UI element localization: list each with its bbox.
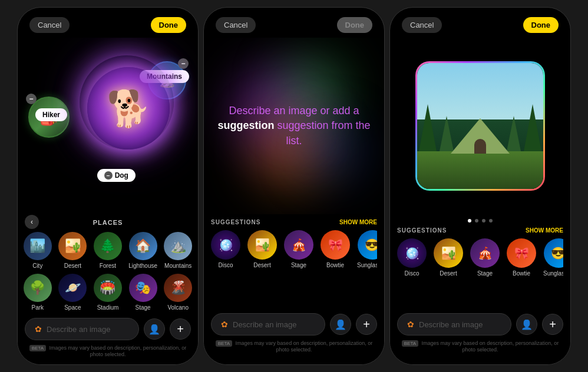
- screen3-beta-badge: BETA: [402, 340, 418, 347]
- screen1-header: Cancel Done: [18, 8, 198, 38]
- screen3-add-button[interactable]: +: [542, 314, 563, 335]
- list-item[interactable]: 😎 Sunglasses: [357, 230, 377, 268]
- lighthouse-icon: 🏠: [129, 232, 157, 260]
- places-section-label: PLACES: [18, 214, 198, 230]
- screen2-done-button: Done: [337, 17, 373, 33]
- screen1-input-placeholder: Describe an image: [47, 325, 110, 334]
- list-item[interactable]: 🏠 Lighthouse: [128, 232, 158, 269]
- stage-sug-icon: 🎪: [284, 230, 313, 260]
- screen2-add-button[interactable]: +: [356, 314, 377, 335]
- bowtie-sug-icon: 🎀: [321, 230, 350, 260]
- list-item[interactable]: 🎪 Stage: [284, 230, 313, 268]
- list-item[interactable]: 😎 Sunglasses: [543, 238, 563, 277]
- screen2-gradient-bg: Describe an image or add a suggestion su…: [204, 38, 384, 214]
- volcano-label: Volcano: [167, 304, 189, 311]
- volcano-icon: 🌋: [164, 274, 192, 302]
- screen2-beta-badge: BETA: [216, 340, 232, 347]
- list-item[interactable]: 🎪 Stage: [470, 238, 500, 277]
- screen3-show-more-button[interactable]: SHOW MORE: [526, 227, 563, 234]
- list-item[interactable]: 🪩 Disco: [397, 238, 427, 277]
- screen2-content: Describe an image or add a suggestion su…: [204, 38, 384, 364]
- list-item[interactable]: 🎭 Stage: [128, 274, 158, 311]
- desert-icon: 🏜️: [58, 232, 87, 260]
- show-more-button[interactable]: SHOW MORE: [339, 219, 377, 225]
- screen3-disco-icon: 🪩: [397, 238, 427, 268]
- tree-left-tall: [419, 104, 437, 151]
- back-arrow-button[interactable]: ‹: [25, 215, 39, 229]
- stage-label: Stage: [136, 304, 151, 311]
- screen3-flower-icon: ✿: [407, 320, 414, 329]
- list-item[interactable]: 🌳 Park: [22, 274, 53, 311]
- stage-icon: 🎭: [129, 274, 157, 302]
- mountains-minus-badge[interactable]: −: [178, 58, 189, 69]
- stage-sug-label: Stage: [291, 262, 306, 268]
- lighthouse-label: Lighthouse: [128, 263, 157, 269]
- space-icon: 🪐: [58, 274, 87, 302]
- list-item[interactable]: 🪐 Space: [58, 274, 88, 311]
- screen1-done-button[interactable]: Done: [151, 17, 187, 33]
- tag-hiker: Hiker: [35, 108, 67, 121]
- forest-icon: 🌲: [94, 232, 122, 260]
- list-item[interactable]: 🪩 Disco: [211, 230, 240, 268]
- screen3-header: Cancel Done: [390, 8, 570, 38]
- screen3-input-placeholder: Describe an image: [419, 320, 483, 329]
- flower-icon: ✿: [35, 324, 42, 334]
- beta-badge: BETA: [29, 345, 46, 351]
- park-icon: 🌳: [24, 274, 52, 302]
- screen3-beta-text: BETA Images may vary based on descriptio…: [397, 340, 563, 353]
- screen3-done-button[interactable]: Done: [523, 17, 559, 33]
- camp-scene: [417, 63, 543, 189]
- screen3-desert-icon: 🏜️: [434, 238, 463, 268]
- list-item[interactable]: 🎀 Bowtie: [507, 238, 536, 277]
- list-item[interactable]: 🏜️ Desert: [434, 238, 463, 277]
- screen3-sunglasses-icon: 😎: [544, 238, 563, 268]
- screen3-suggestions-label: SUGGESTIONS: [397, 227, 447, 234]
- list-item[interactable]: 🏟️ Stadium: [93, 274, 123, 311]
- screen1-input-row: ✿ Describe an image 👤 +: [25, 318, 191, 340]
- forest-label: Forest: [100, 263, 116, 269]
- screen3-person-button[interactable]: 👤: [516, 314, 537, 335]
- suggestions-label: SUGGESTIONS: [211, 219, 260, 225]
- screen1-person-button[interactable]: 👤: [144, 318, 165, 340]
- list-item[interactable]: 🎀 Bowtie: [321, 230, 350, 268]
- list-item[interactable]: ⛰️ Mountains: [163, 232, 193, 269]
- screen3-input-row: ✿ Describe an image 👤 +: [397, 313, 563, 336]
- screen3-desert-label: Desert: [440, 270, 457, 277]
- screen1-cancel-button[interactable]: Cancel: [29, 17, 70, 33]
- screen2-cancel-button[interactable]: Cancel: [216, 17, 256, 33]
- screen2-describe-input[interactable]: ✿ Describe an image: [211, 313, 325, 336]
- list-item[interactable]: 🏜️ Desert: [247, 230, 277, 268]
- screen3-disco-label: Disco: [404, 270, 419, 277]
- city-icon: 🏙️: [24, 232, 52, 260]
- camp-ground: [417, 151, 543, 189]
- tag-dog: − Dog: [97, 169, 136, 182]
- desert-label: Desert: [64, 263, 81, 269]
- generated-image: [415, 61, 545, 191]
- mountains-icon-label: Mountains: [164, 263, 191, 269]
- space-label: Space: [64, 304, 81, 311]
- stadium-icon: 🏟️: [94, 274, 122, 302]
- screen1-canvas: 🎒 − Hiker ⛰️ − Mountains 🐕 −: [18, 38, 198, 214]
- screen3-bowtie-icon: 🎀: [507, 238, 536, 268]
- screen1-add-button[interactable]: +: [170, 318, 191, 340]
- screen3-suggestions-section: SUGGESTIONS SHOW MORE 🪩 Disco 🏜️ Desert …: [390, 222, 570, 279]
- screen-2: Cancel Done Describe an image or add a s…: [203, 7, 385, 365]
- screen1-describe-input[interactable]: ✿ Describe an image: [25, 318, 139, 340]
- screen2-person-button[interactable]: 👤: [330, 314, 351, 335]
- disco-icon: 🪩: [211, 230, 240, 260]
- places-icon-grid: 🏙️ City 🏜️ Desert 🌲 Forest 🏠 Lighthouse …: [18, 230, 198, 313]
- screen3-cancel-button[interactable]: Cancel: [402, 17, 442, 33]
- list-item[interactable]: 🏜️ Desert: [58, 232, 88, 269]
- dog-minus-btn[interactable]: −: [104, 171, 113, 180]
- bowtie-sug-label: Bowtie: [326, 262, 344, 268]
- sunglasses-sug-label: Sunglasses: [357, 262, 377, 268]
- list-item[interactable]: 🏙️ City: [22, 232, 53, 269]
- screen-3: Cancel Done: [389, 7, 571, 365]
- screen3-bottom-bar: ✿ Describe an image 👤 + BETA Images may …: [390, 308, 570, 364]
- hiker-minus-badge[interactable]: −: [26, 94, 37, 104]
- screen2-input-placeholder: Describe an image: [233, 320, 296, 329]
- list-item[interactable]: 🌲 Forest: [93, 232, 123, 269]
- screen3-describe-input[interactable]: ✿ Describe an image: [397, 313, 511, 336]
- park-label: Park: [32, 304, 44, 311]
- list-item[interactable]: 🌋 Volcano: [163, 274, 193, 311]
